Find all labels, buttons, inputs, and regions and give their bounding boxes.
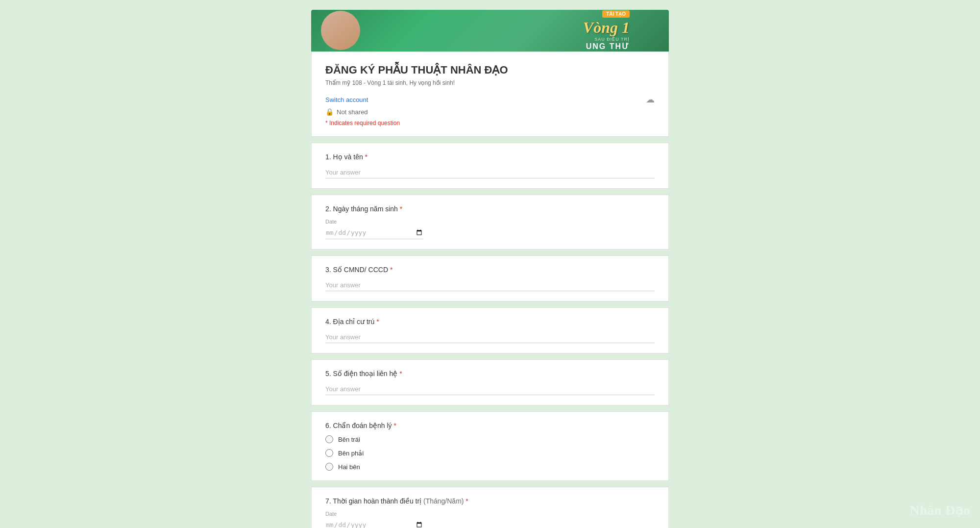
radio-ben-trai-label: Bên trái <box>338 436 360 443</box>
form-subtitle: Thẩm mỹ 108 - Vòng 1 tái sinh, Hy vọng h… <box>325 79 655 86</box>
required-note: * Indicates required question <box>325 120 655 126</box>
switch-account-link[interactable]: Switch account <box>325 96 368 103</box>
radio-option-ben-trai[interactable]: Bên trái <box>325 435 655 443</box>
radio-hai-ben[interactable] <box>325 463 333 471</box>
question-3-card: 3. Số CMND/ CCCD * <box>311 255 669 302</box>
page-wrapper: TÁI TẠO Vòng 1 SAU ĐIỀU TRỊ UNG THƯ ĐĂNG… <box>311 10 669 528</box>
question-4-input[interactable] <box>325 331 655 343</box>
not-shared-row: 🔒 Not shared <box>325 108 655 116</box>
not-shared-icon: 🔒 <box>325 108 334 116</box>
question-5-input[interactable] <box>325 383 655 395</box>
not-shared-text: Not shared <box>337 108 368 116</box>
question-2-date-input[interactable] <box>325 226 423 239</box>
question-7-date-label: Date <box>325 511 655 517</box>
banner-text-group: TÁI TẠO Vòng 1 SAU ĐIỀU TRỊ UNG THƯ <box>583 10 630 51</box>
radio-ben-trai[interactable] <box>325 435 333 443</box>
question-3-label: 3. Số CMND/ CCCD * <box>325 266 655 274</box>
banner-tai-tao-badge: TÁI TẠO <box>602 10 630 18</box>
question-2-date-label: Date <box>325 219 655 225</box>
form-header-card: ĐĂNG KÝ PHẪU THUẬT NHÂN ĐẠO Thẩm mỹ 108 … <box>311 51 669 137</box>
radio-ben-phai[interactable] <box>325 449 333 457</box>
form-top-row: Switch account ☁ <box>325 94 655 105</box>
radio-ben-phai-label: Bên phải <box>338 450 364 457</box>
question-4-label: 4. Địa chỉ cư trú * <box>325 318 655 326</box>
question-6-radio-group: Bên trái Bên phải Hai bên <box>325 435 655 471</box>
question-6-card: 6. Chẩn đoán bệnh lý * Bên trái Bên phải… <box>311 411 669 481</box>
banner-ung-thu-label: UNG THƯ <box>586 42 630 51</box>
question-3-input[interactable] <box>325 279 655 291</box>
question-7-card: 7. Thời gian hoàn thành điều trị (Tháng/… <box>311 487 669 528</box>
form-title: ĐĂNG KÝ PHẪU THUẬT NHÂN ĐẠO <box>325 64 655 76</box>
banner-vong-label: Vòng 1 <box>583 19 630 37</box>
question-1-card: 1. Họ và tên * <box>311 143 669 189</box>
radio-hai-ben-label: Hai bên <box>338 463 360 471</box>
banner: TÁI TẠO Vòng 1 SAU ĐIỀU TRỊ UNG THƯ <box>311 10 669 51</box>
question-2-label: 2. Ngày tháng năm sinh * <box>325 205 655 213</box>
question-5-card: 5. Số điện thoại liên hệ * <box>311 359 669 405</box>
cloud-icon: ☁ <box>646 94 655 105</box>
question-7-date-input[interactable] <box>325 519 423 528</box>
banner-circle-decoration <box>321 11 360 50</box>
question-6-label: 6. Chẩn đoán bệnh lý * <box>325 422 655 429</box>
question-5-label: 5. Số điện thoại liên hệ * <box>325 370 655 377</box>
question-7-label: 7. Thời gian hoàn thành điều trị (Tháng/… <box>325 497 655 505</box>
question-4-card: 4. Địa chỉ cư trú * <box>311 307 669 353</box>
question-1-input[interactable] <box>325 167 655 178</box>
question-1-label: 1. Họ và tên * <box>325 153 655 161</box>
question-2-card: 2. Ngày tháng năm sinh * Date <box>311 195 669 250</box>
radio-option-hai-ben[interactable]: Hai bên <box>325 463 655 471</box>
banner-sau-label: SAU ĐIỀU TRỊ <box>594 37 630 42</box>
radio-option-ben-phai[interactable]: Bên phải <box>325 449 655 457</box>
watermark: Nhân Đạo <box>909 502 970 518</box>
